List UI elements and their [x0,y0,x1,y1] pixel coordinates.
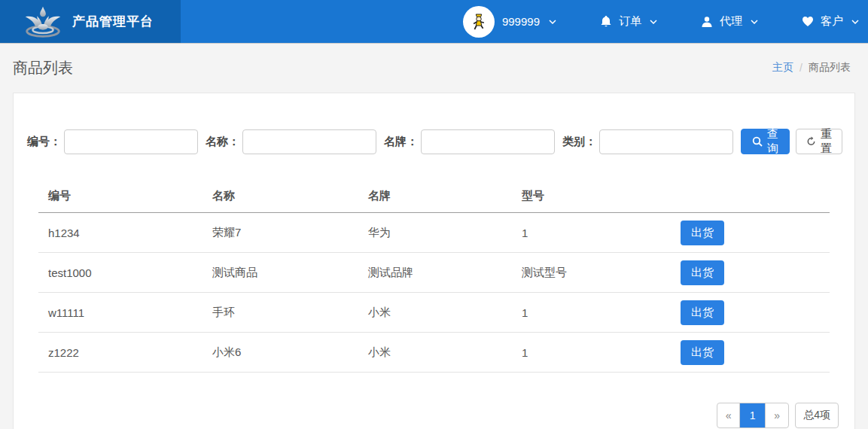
product-name-input[interactable] [242,129,376,154]
product-table: 编号 名称 名牌 型号 h1234 荣耀7 华为 1 出货 test1000 [38,181,830,373]
field-label: 名称： [206,135,239,149]
pager-group: « 1 » [717,403,789,428]
user-menu[interactable]: 999999 [463,6,556,38]
cell-name: 小米6 [203,333,358,373]
category-input[interactable] [599,129,733,154]
chevron-down-icon [650,20,657,24]
cell-model: 1 [512,333,671,373]
water-splash-logo-icon [20,5,66,39]
query-button-label: 查询 [767,127,778,156]
total-count-badge: 总4项 [795,403,839,428]
navbar-right: 999999 订单 代理 [463,0,868,43]
field-category: 类别： [562,129,733,154]
cell-brand: 小米 [358,333,512,373]
cell-name: 荣耀7 [203,213,358,253]
cell-brand: 测试品牌 [358,253,512,293]
nav-item-agents[interactable]: 代理 [701,14,758,29]
chevron-down-icon [851,20,859,24]
breadcrumb-separator: / [799,62,803,74]
search-icon [752,136,763,147]
product-table-body: h1234 荣耀7 华为 1 出货 test1000 测试商品 测试品牌 测试型… [38,213,830,373]
chevron-down-icon [751,20,758,24]
nav-item-label: 客户 [821,14,843,29]
user-icon [701,16,713,28]
ship-button[interactable]: 出货 [681,300,724,325]
field-label: 类别： [562,135,596,149]
reset-button-label: 重置 [821,127,832,156]
cell-name: 测试商品 [203,253,358,293]
field-product-name: 名称： [206,129,376,154]
cell-id: test1000 [38,253,203,293]
cell-id: z1222 [38,333,203,373]
bell-icon [600,15,612,28]
field-product-id: 编号： [27,129,198,154]
nav-item-orders[interactable]: 订单 [600,14,657,29]
cell-model: 1 [512,293,671,333]
chevron-down-icon [549,20,556,24]
table-row: test1000 测试商品 测试品牌 测试型号 出货 [38,253,830,293]
product-id-input[interactable] [64,129,198,154]
cell-id: w11111 [38,293,203,333]
table-header-row: 编号 名称 名牌 型号 [38,181,830,213]
ship-button[interactable]: 出货 [681,221,724,245]
nav-item-customers[interactable]: 客户 [802,14,859,29]
breadcrumb-home-link[interactable]: 主页 [772,61,793,75]
refresh-icon [806,136,816,147]
search-filter-bar: 编号： 名称： 名牌： 类别： 查询 重置 [27,93,841,154]
col-header-id: 编号 [38,181,203,213]
cell-id: h1234 [38,213,203,253]
product-list-panel: 编号： 名称： 名牌： 类别： 查询 重置 [13,93,855,429]
brand-input[interactable] [421,129,555,154]
cell-name: 手环 [203,293,358,333]
ship-button[interactable]: 出货 [681,340,724,365]
ship-button[interactable]: 出货 [681,260,724,285]
heart-icon [802,16,814,27]
prev-page-button[interactable]: « [717,403,740,427]
app-title: 产品管理平台 [72,13,154,30]
page-header: 商品列表 主页 / 商品列表 [0,43,868,93]
brand: 产品管理平台 [0,0,181,43]
page-title: 商品列表 [13,58,73,78]
username[interactable]: 999999 [502,15,540,28]
field-label: 名牌： [384,135,418,149]
cell-model: 1 [512,213,671,253]
query-button[interactable]: 查询 [741,129,790,154]
breadcrumb: 主页 / 商品列表 [772,61,851,75]
breadcrumb-current: 商品列表 [809,61,851,75]
top-navbar: 产品管理平台 999999 [0,0,868,43]
col-header-brand: 名牌 [358,181,512,213]
pagination: « 1 » 总4项 [27,403,839,428]
field-brand: 名牌： [384,129,555,154]
col-header-action [671,181,830,213]
col-header-name: 名称 [203,181,358,213]
table-row: z1222 小米6 小米 1 出货 [38,333,830,373]
table-row: w11111 手环 小米 1 出货 [38,293,830,333]
table-row: h1234 荣耀7 华为 1 出货 [38,213,830,253]
field-label: 编号： [27,135,61,149]
col-header-model: 型号 [512,181,671,213]
next-page-button[interactable]: » [766,403,788,427]
reset-button[interactable]: 重置 [796,129,842,154]
cell-brand: 华为 [358,213,512,253]
cell-model: 测试型号 [512,253,671,293]
nav-item-label: 代理 [720,14,742,29]
cell-brand: 小米 [358,293,512,333]
page-1-button[interactable]: 1 [740,403,766,427]
nav-item-label: 订单 [619,14,641,29]
user-avatar[interactable] [463,6,495,38]
